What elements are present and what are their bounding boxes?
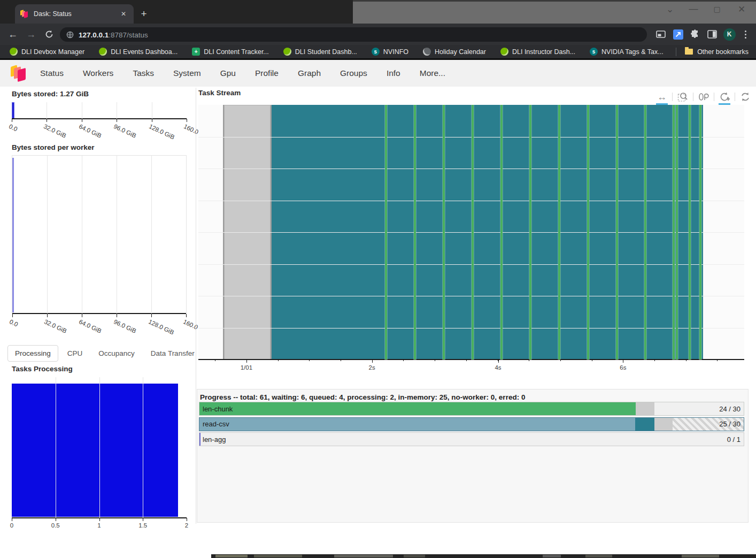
bookmark-label: DLI Student Dashb... xyxy=(295,48,357,56)
extensions-puzzle-icon[interactable] xyxy=(689,28,701,41)
tasks-processing-title: Tasks Processing xyxy=(12,365,73,373)
nav-item-gpu[interactable]: Gpu xyxy=(220,68,236,78)
gridline xyxy=(143,377,143,518)
tab-occupancy[interactable]: Occupancy xyxy=(91,346,142,361)
minimize-icon[interactable]: — xyxy=(684,2,703,16)
bytes-per-worker-chart: 0.032.0 GiB64.0 GiB96.0 GiB128.0 GiB160.… xyxy=(12,155,187,314)
forward-icon[interactable]: → xyxy=(24,27,38,42)
refresh-icon[interactable] xyxy=(739,90,752,103)
bytes-stored-bar xyxy=(12,102,14,119)
tasks-processing-bar xyxy=(12,384,178,517)
sheets-icon: + xyxy=(192,48,200,56)
dask-status-page: StatusWorkersTasksSystemGpuProfileGraphG… xyxy=(0,60,756,558)
task-stripe xyxy=(689,105,691,360)
axis-tick-label: 64.0 GiB xyxy=(78,123,103,139)
bookmark-item[interactable]: +DLI Content Tracker... xyxy=(192,48,269,56)
axis-tick-label: 96.0 GiB xyxy=(113,318,137,334)
bookmark-label: Holiday Calendar xyxy=(435,48,486,56)
gridline xyxy=(152,102,152,119)
tab-processing[interactable]: Processing xyxy=(7,345,58,362)
axis-tick xyxy=(372,360,373,363)
hover-icon[interactable] xyxy=(697,90,710,103)
close-icon[interactable]: ✕ xyxy=(732,2,751,16)
nav-item-graph[interactable]: Graph xyxy=(298,68,321,78)
minor-tick xyxy=(686,360,686,361)
axis-tick-label: 128.0 GiB xyxy=(148,318,175,335)
progress-bar-len-agg: len-agg0 / 1 xyxy=(199,432,744,446)
axis-tick xyxy=(246,360,247,363)
axis-tick-label: 32.0 GiB xyxy=(43,318,68,334)
bookmark-label: DLI Instructor Dash... xyxy=(512,48,575,56)
pan-icon[interactable]: ↔ xyxy=(655,90,668,103)
chevron-down-icon[interactable]: ⌄ xyxy=(661,2,679,16)
bookmark-item[interactable]: sNVINFO xyxy=(372,48,408,56)
wheel-zoom-icon[interactable] xyxy=(718,90,731,103)
back-icon[interactable]: ← xyxy=(5,27,20,42)
bookmark-item[interactable]: sNVIDIA Tags & Tax... xyxy=(590,48,664,56)
url-bar[interactable]: 127.0.0.1:8787/status xyxy=(60,27,647,42)
axis-tick-label: 0.5 xyxy=(51,522,60,529)
axis-tick xyxy=(12,314,13,317)
browser-tab[interactable]: Dask: Status ✕ xyxy=(15,4,134,24)
nav-item-info[interactable]: Info xyxy=(387,68,400,78)
progress-bar-read-csv: read-csv25 / 30 xyxy=(199,417,744,431)
nav-item-tasks[interactable]: Tasks xyxy=(133,68,154,78)
nav-item-groups[interactable]: Groups xyxy=(340,68,367,78)
progress-bar-label: len-agg xyxy=(203,433,226,446)
progress-bar-label: len-chunk xyxy=(203,402,233,415)
dask-nav-items: StatusWorkersTasksSystemGpuProfileGraphG… xyxy=(40,60,445,87)
gridline xyxy=(47,102,47,119)
axis-tick-label: 6s xyxy=(620,364,626,371)
axis-tick xyxy=(117,119,117,122)
bytes-stored-chart: 0.032.0 GiB64.0 GiB96.0 GiB128.0 GiB160.… xyxy=(12,102,187,119)
task-stripe xyxy=(385,105,387,360)
progress-segment xyxy=(635,418,654,431)
other-bookmarks[interactable]: Other bookmarks xyxy=(676,48,756,56)
profile-avatar[interactable]: K xyxy=(723,28,736,41)
box-zoom-icon[interactable] xyxy=(676,90,689,103)
progress-bar-label: read-csv xyxy=(203,418,229,431)
new-tab-button[interactable]: + xyxy=(138,9,150,20)
nav-item-workers[interactable]: Workers xyxy=(83,68,113,78)
reload-icon[interactable] xyxy=(42,27,57,42)
nav-item-profile[interactable]: Profile xyxy=(255,68,279,78)
nvidia-icon xyxy=(10,48,18,56)
bookmark-item[interactable]: DLI Devbox Manager xyxy=(10,48,84,56)
gridline xyxy=(82,156,82,314)
side-panel-icon[interactable] xyxy=(706,28,719,41)
nav-item-system[interactable]: System xyxy=(173,68,201,78)
tab-media-icon[interactable] xyxy=(654,28,667,41)
axis-tick xyxy=(47,119,47,122)
gridline xyxy=(99,377,100,518)
task-stream-title: Task Stream xyxy=(198,89,241,97)
bookmark-item[interactable]: DLI Student Dashb... xyxy=(283,48,357,56)
bookmark-item[interactable]: DLI Instructor Dash... xyxy=(500,48,575,56)
minor-tick xyxy=(403,360,404,361)
folder-icon xyxy=(685,49,693,55)
tab-cpu[interactable]: CPU xyxy=(60,346,90,361)
minor-tick xyxy=(309,360,310,361)
axis-tick xyxy=(82,314,82,317)
bookmark-item[interactable]: Holiday Calendar xyxy=(423,48,486,56)
axis-tick xyxy=(187,518,187,521)
nav-item-more[interactable]: More... xyxy=(420,68,445,78)
task-stripe xyxy=(414,105,416,360)
screenshare-extension-icon[interactable] xyxy=(672,28,684,41)
bookmark-item[interactable]: DLI Events Dashboa... xyxy=(99,48,178,56)
minor-tick xyxy=(717,360,718,361)
minor-tick xyxy=(341,360,341,361)
progress-segment xyxy=(199,402,636,415)
minor-tick xyxy=(560,360,561,361)
tab-data-transfer[interactable]: Data Transfer xyxy=(144,346,202,361)
sharepoint-icon: s xyxy=(590,48,598,56)
maximize-icon[interactable]: ▢ xyxy=(708,2,726,16)
browser-menu-icon[interactable] xyxy=(739,28,752,41)
task-stream-plot[interactable]: 1/012s4s6s xyxy=(198,105,744,360)
tab-close-icon[interactable]: ✕ xyxy=(119,9,128,19)
nav-item-status[interactable]: Status xyxy=(40,68,64,78)
axis-tick xyxy=(143,518,143,521)
bookmark-label: NVINFO xyxy=(383,48,408,56)
axis-tick xyxy=(623,360,623,363)
task-stripe xyxy=(676,105,678,360)
minor-tick xyxy=(654,360,655,361)
